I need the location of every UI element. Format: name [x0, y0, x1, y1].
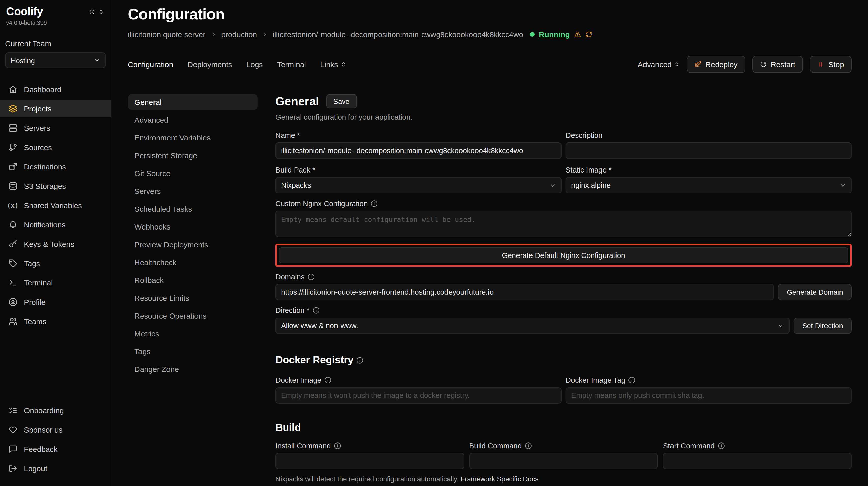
team-select[interactable]: Hosting [5, 53, 106, 68]
start-command-input[interactable] [663, 453, 852, 469]
subnav-item-resource-operations[interactable]: Resource Operations [128, 308, 257, 324]
breadcrumb-project[interactable]: illicitonion quote server [128, 30, 206, 39]
info-icon[interactable] [308, 273, 315, 281]
breadcrumb-application[interactable]: illicitestonion/-module--decomposition:m… [273, 30, 523, 39]
install-command-label-text: Install Command [275, 442, 331, 450]
sidebar-item-label: Onboarding [24, 406, 64, 415]
subnav-item-git-source[interactable]: Git Source [128, 165, 257, 181]
sidebar-item-teams[interactable]: Teams [0, 313, 111, 330]
tab-terminal[interactable]: Terminal [277, 60, 306, 69]
subnav-item-webhooks[interactable]: Webhooks [128, 219, 257, 235]
sidebar-item-onboarding[interactable]: Onboarding [0, 401, 111, 419]
sidebar-item-label: Shared Variables [24, 201, 82, 209]
nginx-config-textarea[interactable] [275, 211, 852, 237]
build-command-input[interactable] [469, 453, 658, 469]
sidebar-item-profile[interactable]: Profile [0, 293, 111, 311]
sidebar-item-label: Destinations [24, 162, 66, 171]
sidebar-item-s3-storages[interactable]: S3 Storages [0, 177, 111, 194]
subnav-item-resource-limits[interactable]: Resource Limits [128, 290, 257, 306]
domains-input[interactable] [275, 284, 774, 300]
subnav-item-rollback[interactable]: Rollback [128, 272, 257, 288]
chevrons-up-down-icon [341, 62, 346, 67]
warning-icon[interactable] [575, 31, 581, 38]
sidebar-item-label: Projects [24, 104, 52, 113]
settings-subnav: General Advanced Environment Variables P… [128, 94, 257, 377]
sidebar-item-projects[interactable]: Projects [0, 100, 111, 117]
status-running-link[interactable]: Running [539, 30, 570, 39]
tab-configuration[interactable]: Configuration [128, 60, 173, 69]
variables-icon: (x) [8, 201, 17, 209]
subnav-item-healthcheck[interactable]: Healthcheck [128, 254, 257, 270]
advanced-dropdown[interactable]: Advanced [638, 60, 680, 69]
name-input[interactable] [275, 142, 561, 159]
docker-image-tag-input[interactable] [566, 387, 852, 403]
install-command-input[interactable] [275, 453, 464, 469]
sidebar-item-label: Sponsor us [24, 425, 63, 434]
info-icon[interactable] [628, 377, 636, 384]
info-icon[interactable] [313, 307, 320, 314]
redeploy-button[interactable]: Redeploy [687, 56, 745, 73]
header-actions: Advanced Redeploy Restart Stop [638, 56, 852, 73]
home-icon [8, 85, 17, 93]
sidebar-item-terminal[interactable]: Terminal [0, 274, 111, 291]
stop-label: Stop [828, 60, 844, 69]
tab-links[interactable]: Links [320, 60, 346, 69]
subnav-item-scheduled-tasks[interactable]: Scheduled Tasks [128, 201, 257, 217]
users-icon [8, 317, 17, 325]
chevron-down-icon [777, 322, 784, 329]
subnav-item-servers[interactable]: Servers [128, 183, 257, 199]
sidebar-item-notifications[interactable]: Notifications [0, 216, 111, 233]
subnav-item-persistent-storage[interactable]: Persistent Storage [128, 148, 257, 163]
sidebar-item-label: Teams [24, 317, 46, 325]
annotation-highlight-box: Generate Default Nginx Configuration [275, 244, 852, 267]
tab-logs[interactable]: Logs [246, 60, 263, 69]
build-pack-select[interactable]: Nixpacks [275, 177, 561, 193]
breadcrumb-environment[interactable]: production [221, 30, 257, 39]
subnav-item-danger-zone[interactable]: Danger Zone [128, 361, 257, 377]
sidebar-item-keys-tokens[interactable]: Keys & Tokens [0, 235, 111, 252]
sidebar-item-logout[interactable]: Logout [0, 459, 111, 477]
subnav-item-metrics[interactable]: Metrics [128, 326, 257, 342]
stop-button[interactable]: Stop [810, 56, 852, 73]
docker-image-label-text: Docker Image [275, 376, 321, 384]
description-input[interactable] [566, 142, 852, 159]
nginx-config-label-text: Custom Nginx Configuration [275, 199, 368, 207]
info-icon[interactable] [334, 442, 341, 449]
sidebar-item-servers[interactable]: Servers [0, 119, 111, 136]
theme-selector-icon[interactable] [98, 9, 104, 14]
info-icon[interactable] [356, 356, 364, 364]
tab-deployments[interactable]: Deployments [187, 60, 232, 69]
subnav-item-general[interactable]: General [128, 94, 257, 110]
sidebar-item-sources[interactable]: Sources [0, 138, 111, 156]
generate-domain-button[interactable]: Generate Domain [778, 284, 852, 300]
start-command-label: Start Command [663, 441, 852, 451]
docker-image-input[interactable] [275, 387, 561, 403]
tab-label: Configuration [128, 60, 173, 69]
subnav-item-tags[interactable]: Tags [128, 344, 257, 359]
sidebar-item-label: Dashboard [24, 85, 61, 93]
info-icon[interactable] [718, 442, 725, 449]
subnav-item-preview-deployments[interactable]: Preview Deployments [128, 237, 257, 252]
info-icon[interactable] [525, 442, 532, 449]
direction-select[interactable]: Allow www & non-www. [275, 318, 789, 334]
static-image-select[interactable]: nginx:alpine [566, 177, 852, 193]
restart-button[interactable]: Restart [752, 56, 803, 73]
set-direction-button[interactable]: Set Direction [794, 318, 852, 334]
sidebar-item-feedback[interactable]: Feedback [0, 440, 111, 457]
info-icon[interactable] [371, 200, 378, 207]
framework-docs-link[interactable]: Framework Specific Docs [461, 475, 538, 483]
sidebar-item-sponsor-us[interactable]: Sponsor us [0, 421, 111, 438]
generate-nginx-config-button[interactable]: Generate Default Nginx Configuration [279, 247, 848, 263]
chevron-down-icon [94, 57, 100, 64]
sidebar-item-shared-variables[interactable]: (x) Shared Variables [0, 196, 111, 214]
info-icon[interactable] [324, 377, 332, 384]
terminal-icon [8, 278, 17, 287]
save-button[interactable]: Save [326, 94, 356, 108]
theme-sun-icon[interactable] [89, 8, 95, 15]
subnav-item-advanced[interactable]: Advanced [128, 112, 257, 128]
subnav-item-environment-variables[interactable]: Environment Variables [128, 130, 257, 145]
sidebar-item-dashboard[interactable]: Dashboard [0, 80, 111, 98]
sidebar-item-tags[interactable]: Tags [0, 254, 111, 272]
sidebar-item-destinations[interactable]: Destinations [0, 158, 111, 175]
sidebar-item-label: Tags [24, 259, 40, 267]
